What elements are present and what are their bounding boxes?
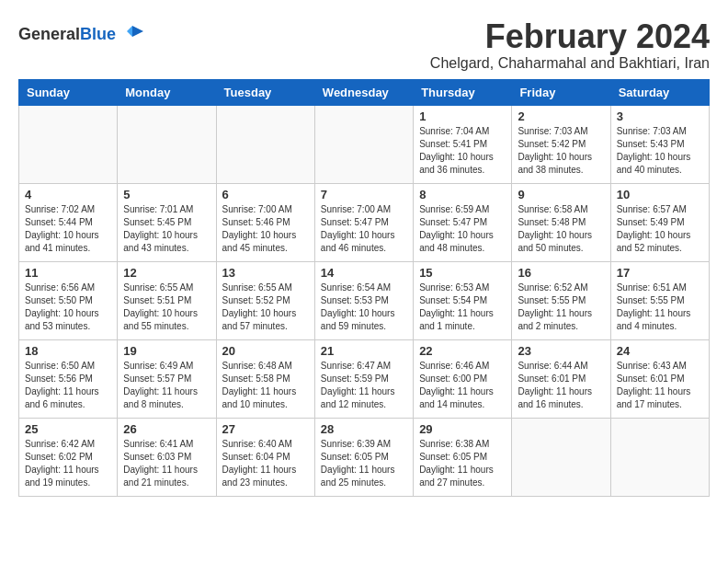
location-subtitle: Chelgard, Chaharmahal and Bakhtiari, Ira… [430,55,710,72]
calendar-cell: 21Sunrise: 6:47 AM Sunset: 5:59 PM Dayli… [314,339,413,418]
week-row-1: 1Sunrise: 7:04 AM Sunset: 5:41 PM Daylig… [19,105,710,183]
calendar-cell: 1Sunrise: 7:04 AM Sunset: 5:41 PM Daylig… [414,105,512,183]
day-info: Sunrise: 7:00 AM Sunset: 5:46 PM Dayligh… [222,203,309,255]
day-number: 25 [25,422,111,436]
calendar-cell [610,418,709,496]
calendar-cell: 9Sunrise: 6:58 AM Sunset: 5:48 PM Daylig… [512,183,610,261]
day-header-tuesday: Tuesday [216,79,314,105]
day-header-wednesday: Wednesday [314,79,413,105]
day-info: Sunrise: 6:48 AM Sunset: 5:58 PM Dayligh… [222,360,309,411]
day-number: 14 [321,266,407,280]
day-number: 11 [25,266,111,280]
calendar-cell: 12Sunrise: 6:55 AM Sunset: 5:51 PM Dayli… [118,261,216,339]
day-info: Sunrise: 6:40 AM Sunset: 6:04 PM Dayligh… [222,438,309,489]
day-number: 16 [518,266,604,280]
calendar-cell: 8Sunrise: 6:59 AM Sunset: 5:47 PM Daylig… [414,183,512,261]
calendar-table: SundayMondayTuesdayWednesdayThursdayFrid… [18,79,710,497]
calendar-cell [314,105,413,183]
day-number: 24 [617,344,703,358]
logo-flag-icon [119,22,145,48]
day-info: Sunrise: 7:01 AM Sunset: 5:45 PM Dayligh… [123,203,210,255]
calendar-cell: 16Sunrise: 6:52 AM Sunset: 5:55 PM Dayli… [512,261,610,339]
calendar-cell: 23Sunrise: 6:44 AM Sunset: 6:01 PM Dayli… [512,339,610,418]
calendar-cell: 5Sunrise: 7:01 AM Sunset: 5:45 PM Daylig… [118,183,216,261]
day-header-thursday: Thursday [414,79,512,105]
title-area: February 2024 Chelgard, Chaharmahal and … [430,18,710,72]
calendar-cell: 19Sunrise: 6:49 AM Sunset: 5:57 PM Dayli… [118,339,216,418]
calendar-cell [216,105,314,183]
day-info: Sunrise: 6:41 AM Sunset: 6:03 PM Dayligh… [123,438,210,489]
svg-marker-1 [127,26,132,37]
page-header: GeneralBlue February 2024 Chelgard, Chah… [18,18,710,72]
calendar-cell: 11Sunrise: 6:56 AM Sunset: 5:50 PM Dayli… [19,261,118,339]
day-number: 10 [617,188,703,201]
day-info: Sunrise: 6:55 AM Sunset: 5:52 PM Dayligh… [222,282,309,333]
day-number: 9 [518,188,604,201]
day-number: 1 [419,109,506,123]
day-info: Sunrise: 7:03 AM Sunset: 5:43 PM Dayligh… [617,125,703,177]
calendar-cell: 29Sunrise: 6:38 AM Sunset: 6:05 PM Dayli… [414,418,512,496]
day-info: Sunrise: 6:55 AM Sunset: 5:51 PM Dayligh… [123,282,210,333]
day-header-saturday: Saturday [610,79,709,105]
day-info: Sunrise: 6:39 AM Sunset: 6:05 PM Dayligh… [321,438,407,489]
day-number: 8 [419,188,506,201]
day-info: Sunrise: 6:52 AM Sunset: 5:55 PM Dayligh… [518,282,604,333]
calendar-cell: 22Sunrise: 6:46 AM Sunset: 6:00 PM Dayli… [414,339,512,418]
calendar-cell: 24Sunrise: 6:43 AM Sunset: 6:01 PM Dayli… [610,339,709,418]
day-info: Sunrise: 6:57 AM Sunset: 5:49 PM Dayligh… [617,203,703,255]
calendar-cell: 3Sunrise: 7:03 AM Sunset: 5:43 PM Daylig… [610,105,709,183]
logo: GeneralBlue [18,22,145,48]
day-header-sunday: Sunday [19,79,118,105]
day-info: Sunrise: 6:56 AM Sunset: 5:50 PM Dayligh… [25,282,111,333]
calendar-cell: 4Sunrise: 7:02 AM Sunset: 5:44 PM Daylig… [19,183,118,261]
day-number: 2 [518,109,604,123]
day-info: Sunrise: 6:43 AM Sunset: 6:01 PM Dayligh… [617,360,703,411]
calendar-cell: 26Sunrise: 6:41 AM Sunset: 6:03 PM Dayli… [118,418,216,496]
day-number: 26 [123,422,210,436]
calendar-cell: 15Sunrise: 6:53 AM Sunset: 5:54 PM Dayli… [414,261,512,339]
calendar-cell: 14Sunrise: 6:54 AM Sunset: 5:53 PM Dayli… [314,261,413,339]
calendar-cell: 27Sunrise: 6:40 AM Sunset: 6:04 PM Dayli… [216,418,314,496]
month-title: February 2024 [430,18,710,55]
calendar-cell: 10Sunrise: 6:57 AM Sunset: 5:49 PM Dayli… [610,183,709,261]
day-number: 21 [321,344,407,358]
day-info: Sunrise: 6:54 AM Sunset: 5:53 PM Dayligh… [321,282,407,333]
day-number: 17 [617,266,703,280]
calendar-cell: 18Sunrise: 6:50 AM Sunset: 5:56 PM Dayli… [19,339,118,418]
day-number: 28 [321,422,407,436]
day-number: 23 [518,344,604,358]
day-info: Sunrise: 7:00 AM Sunset: 5:47 PM Dayligh… [321,203,407,255]
day-info: Sunrise: 6:49 AM Sunset: 5:57 PM Dayligh… [123,360,210,411]
svg-marker-0 [132,26,143,37]
day-number: 6 [222,188,309,201]
day-info: Sunrise: 7:03 AM Sunset: 5:42 PM Dayligh… [518,125,604,177]
day-number: 27 [222,422,309,436]
day-info: Sunrise: 6:44 AM Sunset: 6:01 PM Dayligh… [518,360,604,411]
calendar-cell: 17Sunrise: 6:51 AM Sunset: 5:55 PM Dayli… [610,261,709,339]
calendar-cell: 7Sunrise: 7:00 AM Sunset: 5:47 PM Daylig… [314,183,413,261]
day-info: Sunrise: 6:38 AM Sunset: 6:05 PM Dayligh… [419,438,506,489]
week-row-4: 18Sunrise: 6:50 AM Sunset: 5:56 PM Dayli… [19,339,710,418]
day-number: 12 [123,266,210,280]
calendar-cell [19,105,118,183]
day-number: 22 [419,344,506,358]
day-number: 4 [25,188,111,201]
calendar-cell: 20Sunrise: 6:48 AM Sunset: 5:58 PM Dayli… [216,339,314,418]
logo-blue-text: Blue [80,25,116,43]
day-info: Sunrise: 6:53 AM Sunset: 5:54 PM Dayligh… [419,282,506,333]
day-number: 29 [419,422,506,436]
days-header-row: SundayMondayTuesdayWednesdayThursdayFrid… [19,79,710,105]
day-info: Sunrise: 6:59 AM Sunset: 5:47 PM Dayligh… [419,203,506,255]
day-info: Sunrise: 6:51 AM Sunset: 5:55 PM Dayligh… [617,282,703,333]
day-info: Sunrise: 6:47 AM Sunset: 5:59 PM Dayligh… [321,360,407,411]
day-info: Sunrise: 6:42 AM Sunset: 6:02 PM Dayligh… [25,438,111,489]
calendar-cell: 25Sunrise: 6:42 AM Sunset: 6:02 PM Dayli… [19,418,118,496]
day-header-friday: Friday [512,79,610,105]
calendar-cell: 6Sunrise: 7:00 AM Sunset: 5:46 PM Daylig… [216,183,314,261]
calendar-cell [512,418,610,496]
day-header-monday: Monday [118,79,216,105]
calendar-cell: 28Sunrise: 6:39 AM Sunset: 6:05 PM Dayli… [314,418,413,496]
day-info: Sunrise: 7:04 AM Sunset: 5:41 PM Dayligh… [419,125,506,177]
day-number: 18 [25,344,111,358]
day-number: 3 [617,109,703,123]
